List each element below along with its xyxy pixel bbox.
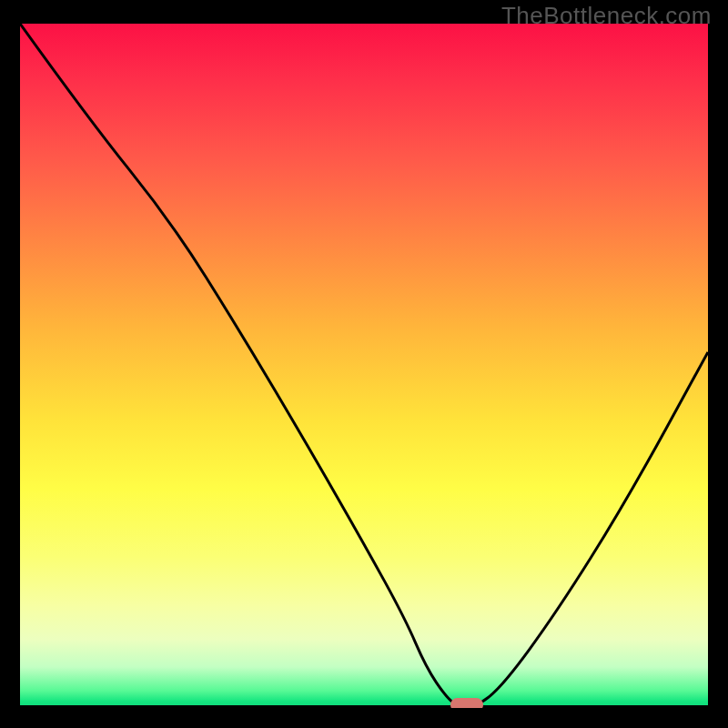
curve-svg <box>20 24 708 708</box>
plot-area <box>20 24 708 708</box>
bottleneck-curve <box>20 24 708 708</box>
watermark-text: TheBottleneck.com <box>501 2 712 30</box>
chart-container: TheBottleneck.com <box>0 0 728 728</box>
optimal-marker <box>450 698 483 708</box>
